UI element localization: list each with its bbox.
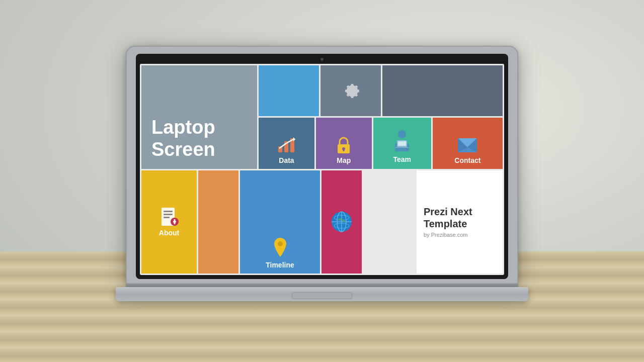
tile-blue[interactable] [259, 65, 319, 116]
data-label: Data [279, 156, 294, 165]
team-label: Team [393, 155, 411, 164]
svg-rect-24 [174, 219, 176, 224]
laptop: Laptop Screen [116, 46, 528, 301]
tile-dark-top[interactable] [382, 65, 503, 116]
prezi-subtitle: by Prezibase.com [424, 232, 467, 238]
about-label: About [159, 229, 179, 237]
screen-bezel: Laptop Screen [136, 54, 508, 279]
tile-map-security[interactable]: Map [316, 118, 372, 168]
tile-globe-map[interactable] [321, 170, 362, 274]
mail-icon [457, 136, 478, 154]
svg-rect-19 [164, 211, 173, 212]
person-icon [391, 129, 413, 153]
tile-laptop-screen[interactable]: Laptop Screen [141, 65, 257, 169]
laptop-lid: Laptop Screen [126, 46, 518, 284]
svg-point-25 [278, 241, 283, 246]
chart-icon [276, 134, 296, 154]
gear-icon [340, 80, 361, 102]
svg-rect-6 [343, 149, 345, 151]
tile-data[interactable]: Data [259, 118, 314, 168]
laptop-base [116, 287, 528, 301]
camera [320, 58, 324, 61]
doc-icon [159, 207, 179, 227]
globe-icon [330, 210, 353, 233]
tile-gear[interactable] [320, 65, 381, 116]
timeline-label: Timeline [266, 261, 294, 269]
svg-point-7 [398, 130, 406, 138]
prezi-title: Prezi Next Template [424, 206, 496, 230]
pin-icon [271, 237, 290, 259]
map-label: Map [337, 156, 351, 165]
svg-rect-13 [395, 147, 409, 148]
svg-rect-21 [164, 217, 170, 218]
tile-orange-small[interactable] [198, 170, 238, 274]
tile-timeline[interactable]: Timeline [240, 170, 320, 274]
touchpad[interactable] [292, 292, 352, 299]
svg-rect-20 [164, 214, 173, 215]
svg-rect-12 [398, 141, 406, 146]
tile-about[interactable]: About [141, 170, 197, 274]
lock-icon [334, 135, 353, 154]
tile-team[interactable]: Team [373, 118, 431, 168]
tile-prezi[interactable]: Prezi Next Template by Prezibase.com [417, 170, 503, 274]
tile-contact[interactable]: Contact [433, 118, 503, 168]
contact-label: Contact [454, 156, 480, 165]
